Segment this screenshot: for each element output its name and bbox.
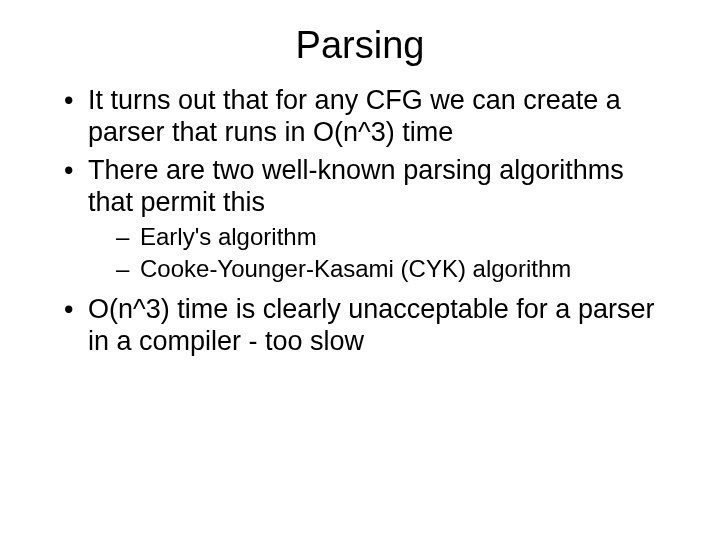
sub-bullet-list: Early's algorithm Cooke-Younger-Kasami (…: [88, 222, 660, 284]
bullet-item: It turns out that for any CFG we can cre…: [60, 85, 660, 149]
sub-bullet-item: Cooke-Younger-Kasami (CYK) algorithm: [88, 254, 660, 284]
bullet-text: There are two well-known parsing algorit…: [88, 155, 624, 217]
bullet-list: It turns out that for any CFG we can cre…: [60, 85, 660, 358]
slide-body: It turns out that for any CFG we can cre…: [0, 85, 720, 358]
slide: Parsing It turns out that for any CFG we…: [0, 0, 720, 540]
bullet-item: O(n^3) time is clearly unacceptable for …: [60, 294, 660, 358]
sub-bullet-item: Early's algorithm: [88, 222, 660, 252]
slide-title: Parsing: [0, 0, 720, 85]
bullet-item: There are two well-known parsing algorit…: [60, 155, 660, 285]
